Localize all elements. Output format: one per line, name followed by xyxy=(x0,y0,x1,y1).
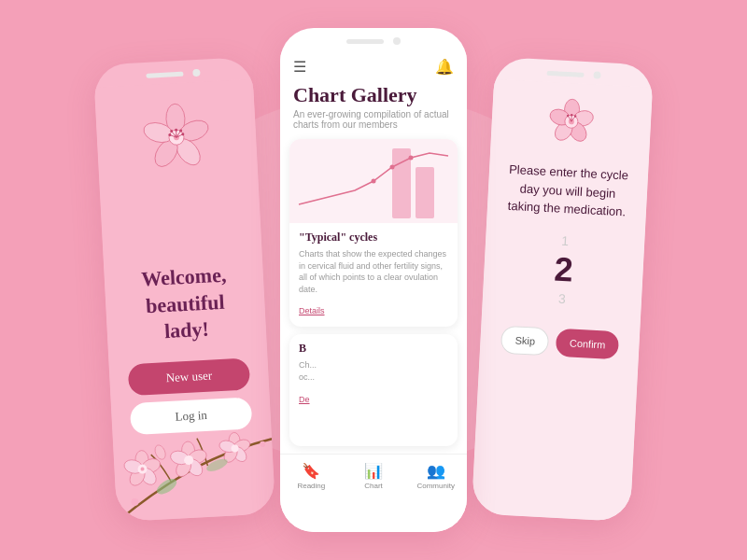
chart-gallery-title: Chart Gallery xyxy=(280,81,467,109)
speaker-center xyxy=(346,39,384,44)
reading-icon: 🔖 xyxy=(302,462,320,480)
right-buttons: Skip Confirm xyxy=(500,325,619,359)
svg-point-43 xyxy=(372,179,376,184)
nav-chart[interactable]: 📊 Chart xyxy=(343,462,405,490)
screen-right: Please enter the cycle day you will begi… xyxy=(472,79,653,522)
bottom-nav: 🔖 Reading 📊 Chart 👥 Community xyxy=(280,454,467,499)
bell-icon[interactable]: 🔔 xyxy=(435,58,454,76)
camera-right xyxy=(593,71,600,78)
chart-card-2-title: B xyxy=(299,342,448,356)
chart-card-2-content: B Ch...oc... De xyxy=(289,334,458,413)
welcome-text: Welcome, beautiful lady! xyxy=(141,262,230,346)
chart-card-1-desc: Charts that show the expected changes in… xyxy=(299,248,448,295)
cycle-picker[interactable]: 1 2 3 xyxy=(553,232,575,306)
community-icon: 👥 xyxy=(427,462,445,480)
confirm-button[interactable]: Confirm xyxy=(556,328,619,358)
right-prompt: Please enter the cycle day you will begi… xyxy=(502,161,634,222)
svg-point-45 xyxy=(409,156,414,161)
speaker-left xyxy=(146,71,183,77)
speaker-right xyxy=(546,70,584,77)
chart-card-2: B Ch...oc... De xyxy=(289,334,458,446)
nav-community[interactable]: 👥 Community xyxy=(404,462,467,490)
phone-right: Please enter the cycle day you will begi… xyxy=(472,57,654,522)
nav-reading[interactable]: 🔖 Reading xyxy=(280,462,343,490)
new-user-button[interactable]: New user xyxy=(128,357,251,396)
chart-card-2-desc: Ch...oc... xyxy=(299,359,448,383)
center-header: ☰ 🔔 xyxy=(280,50,467,81)
hamburger-icon[interactable]: ☰ xyxy=(293,58,306,76)
community-label: Community xyxy=(416,482,454,490)
flower-top-left xyxy=(137,100,216,177)
chart-area-1 xyxy=(289,139,458,223)
camera-center xyxy=(393,37,401,45)
phones-container: Welcome, beautiful lady! New user Log in xyxy=(105,28,642,532)
screen-left: Welcome, beautiful lady! New user Log in xyxy=(94,79,275,522)
screen-center: ☰ 🔔 Chart Gallery An ever-growing compil… xyxy=(280,50,467,532)
chart-card-1-content: "Typical" cycles Charts that show the ex… xyxy=(289,223,458,327)
svg-rect-42 xyxy=(416,167,434,218)
cycle-num-2[interactable]: 2 xyxy=(554,249,574,289)
chart-gallery-subtitle: An ever-growing compilation of actual ch… xyxy=(280,109,467,139)
camera-left xyxy=(192,69,200,77)
chart-label: Chart xyxy=(364,482,383,490)
right-blossom xyxy=(544,95,599,154)
details-link-1[interactable]: Details xyxy=(299,306,325,315)
log-in-button[interactable]: Log in xyxy=(130,397,253,435)
cycle-num-1[interactable]: 1 xyxy=(561,232,570,247)
chart-icon: 📊 xyxy=(364,462,383,480)
skip-button[interactable]: Skip xyxy=(500,325,550,356)
phone-top-center xyxy=(280,28,467,50)
reading-label: Reading xyxy=(297,482,325,490)
phone-left: Welcome, beautiful lady! New user Log in xyxy=(93,57,275,522)
details-link-2[interactable]: De xyxy=(299,395,310,404)
cycle-num-3[interactable]: 3 xyxy=(558,290,567,305)
chart-card-1: "Typical" cycles Charts that show the ex… xyxy=(289,139,458,327)
phone-center: ☰ 🔔 Chart Gallery An ever-growing compil… xyxy=(280,28,467,532)
svg-point-44 xyxy=(390,165,395,170)
chart-card-1-title: "Typical" cycles xyxy=(299,231,448,245)
